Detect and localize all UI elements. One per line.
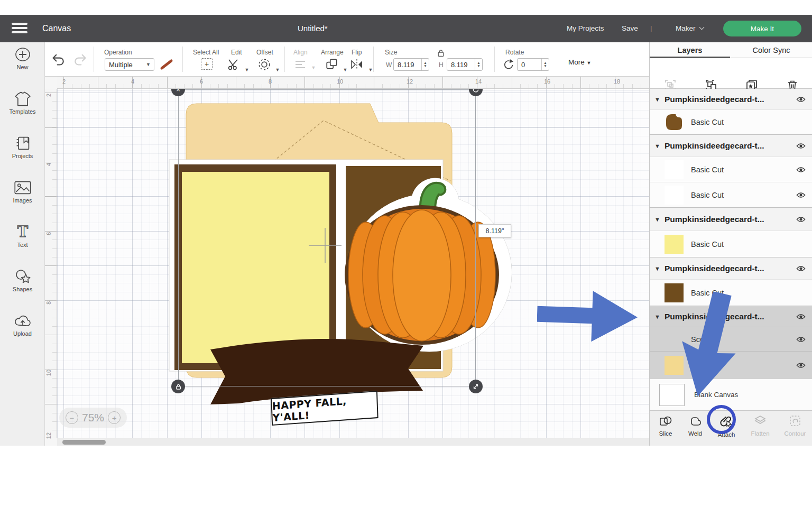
weld-button[interactable]: Weld <box>680 411 710 446</box>
rotate-label: Rotate <box>505 49 524 56</box>
my-projects-link[interactable]: My Projects <box>567 24 604 32</box>
rotate-input[interactable]: 0▲▼ <box>517 58 549 71</box>
machine-select[interactable]: Maker <box>676 24 704 32</box>
attach-button[interactable]: Attach <box>712 411 741 446</box>
sidebar-item-upload[interactable]: Upload <box>0 313 45 351</box>
height-stepper[interactable]: ▲▼ <box>475 59 482 70</box>
sidebar-item-text[interactable]: T Text <box>0 224 45 262</box>
width-stepper[interactable]: ▲▼ <box>421 59 429 70</box>
save-link[interactable]: Save <box>622 24 638 32</box>
header-divider: | <box>650 24 652 32</box>
width-input[interactable]: 8.119▲▼ <box>393 58 429 71</box>
layer-group-header[interactable]: ▼ Pumpkinsideedgecard-t... <box>650 89 812 109</box>
scrollbar-thumb[interactable] <box>62 440 106 445</box>
document-title[interactable]: Untitled* <box>298 24 328 33</box>
sidebar-item-projects[interactable]: Projects <box>0 135 45 173</box>
layer-swatch <box>665 356 684 375</box>
rotate-icon[interactable] <box>503 59 514 72</box>
operation-label: Operation <box>104 49 132 56</box>
zoom-level: 75% <box>82 411 104 424</box>
height-input[interactable]: 8.119▲▼ <box>447 58 483 71</box>
sidebar-item-templates[interactable]: Templates <box>0 91 45 129</box>
select-all-icon[interactable]: + <box>201 58 213 70</box>
visibility-eye-icon[interactable] <box>796 167 806 173</box>
layer-row[interactable]: Basic Cut <box>650 279 812 306</box>
tab-layers[interactable]: Layers <box>650 42 730 58</box>
canvas-menu-label[interactable]: Canvas <box>42 24 71 33</box>
layer-row[interactable]: Basic Cut <box>650 182 812 207</box>
layer-row[interactable]: Basic Cut <box>650 231 812 257</box>
edit-toolbar: Operation Multiple▼ Select All + Edit ▼ … <box>45 42 649 77</box>
edit-scissors-icon[interactable]: ▼ <box>227 58 249 73</box>
operation-dropdown[interactable]: Multiple▼ <box>105 58 154 71</box>
layer-group-header[interactable]: ▼ Pumpkinsideedgecard-t... <box>650 207 812 231</box>
zoom-control: − 75% + <box>59 408 127 428</box>
select-all-label: Select All <box>193 49 219 56</box>
hamburger-menu-icon[interactable] <box>12 23 27 34</box>
offset-icon[interactable]: ▼ <box>257 58 280 73</box>
align-icon: ▼ <box>294 60 316 71</box>
layer-row[interactable]: Basic Cut <box>650 156 812 182</box>
size-tooltip: 8.119" <box>478 224 511 237</box>
collapse-caret-icon[interactable]: ▼ <box>654 265 660 272</box>
layer-row-selected[interactable] <box>650 351 812 379</box>
canvas-area: 2 4 6 8 10 12 14 16 18 2 4 6 8 10 12 <box>45 77 649 446</box>
make-it-button[interactable]: Make It <box>723 21 801 36</box>
visibility-eye-icon[interactable] <box>796 143 806 149</box>
undo-icon[interactable] <box>51 53 66 68</box>
layer-row[interactable]: Basic Cut <box>650 109 812 134</box>
layer-row-selected[interactable]: Sco <box>650 327 812 351</box>
selection-bounding-box[interactable] <box>178 89 476 386</box>
blank-canvas-row[interactable]: Blank Canvas <box>650 379 812 410</box>
layer-group-header-selected[interactable]: ▼ Pumpkinsideedgecard-t... <box>650 306 812 327</box>
sidebar-item-new[interactable]: New <box>0 47 45 85</box>
slice-button[interactable]: Slice <box>651 411 680 446</box>
resize-handle-icon[interactable] <box>469 380 483 393</box>
design-grid[interactable]: × 8.119" HAPPY FALL, Y'ALL! − 75% + <box>57 89 649 438</box>
vertical-ruler: 2 4 6 8 10 12 <box>45 89 57 438</box>
horizontal-scrollbar[interactable] <box>57 438 649 446</box>
collapse-caret-icon[interactable]: ▼ <box>654 143 660 149</box>
layer-swatch <box>665 186 684 205</box>
rotate-stepper[interactable]: ▲▼ <box>541 59 549 70</box>
layer-group-header[interactable]: ▼ Pumpkinsideedgecard-t... <box>650 134 812 156</box>
layers-panel: Layers Color Sync Group UnGroup Duplicat… <box>649 42 812 446</box>
blank-canvas-swatch[interactable] <box>659 384 685 406</box>
more-menu[interactable]: More ▼ <box>568 58 591 66</box>
visibility-eye-icon[interactable] <box>796 362 806 368</box>
visibility-eye-icon[interactable] <box>796 314 806 320</box>
tab-color-sync[interactable]: Color Sync <box>730 42 812 58</box>
toolbar-separator <box>182 47 183 72</box>
layer-group-header[interactable]: ▼ Pumpkinsideedgecard-t... <box>650 257 812 279</box>
lock-handle-icon[interactable] <box>171 380 185 393</box>
visibility-eye-icon[interactable] <box>796 265 806 272</box>
left-sidebar: New Templates Projects Images T Text Sha… <box>0 42 45 446</box>
boolean-actions-bar: Slice Weld Attach Flatten Contour <box>650 410 812 446</box>
collapse-caret-icon[interactable]: ▼ <box>654 216 660 223</box>
collapse-caret-icon[interactable]: ▼ <box>654 314 660 320</box>
chevron-down-icon: ▼ <box>368 67 373 72</box>
svg-text:T: T <box>17 224 28 240</box>
visibility-eye-icon[interactable] <box>796 96 806 103</box>
arrange-icon[interactable]: ▼ <box>325 58 347 73</box>
layer-swatch <box>665 283 684 302</box>
zoom-in-button[interactable]: + <box>108 411 121 424</box>
size-lock-icon[interactable] <box>437 49 445 59</box>
chevron-down-icon: ▼ <box>587 60 592 66</box>
flatten-button: Flatten <box>745 411 775 446</box>
layer-swatch-pumpkin <box>665 113 684 132</box>
flip-icon[interactable]: ▼ <box>349 58 373 73</box>
collapse-caret-icon[interactable]: ▼ <box>654 96 660 103</box>
sidebar-item-shapes[interactable]: Shapes <box>0 269 45 307</box>
visibility-eye-icon[interactable] <box>796 192 806 198</box>
redo-icon[interactable] <box>72 53 87 68</box>
visibility-eye-icon[interactable] <box>796 216 806 223</box>
chevron-down-icon: ▼ <box>146 62 151 67</box>
sidebar-item-images[interactable]: Images <box>0 180 45 218</box>
arrange-label: Arrange <box>321 49 344 56</box>
contour-button: Contour <box>780 411 810 446</box>
toolbar-separator <box>373 47 374 72</box>
visibility-eye-icon[interactable] <box>796 336 806 343</box>
linetype-swatch[interactable] <box>159 58 174 73</box>
zoom-out-button[interactable]: − <box>66 411 78 424</box>
